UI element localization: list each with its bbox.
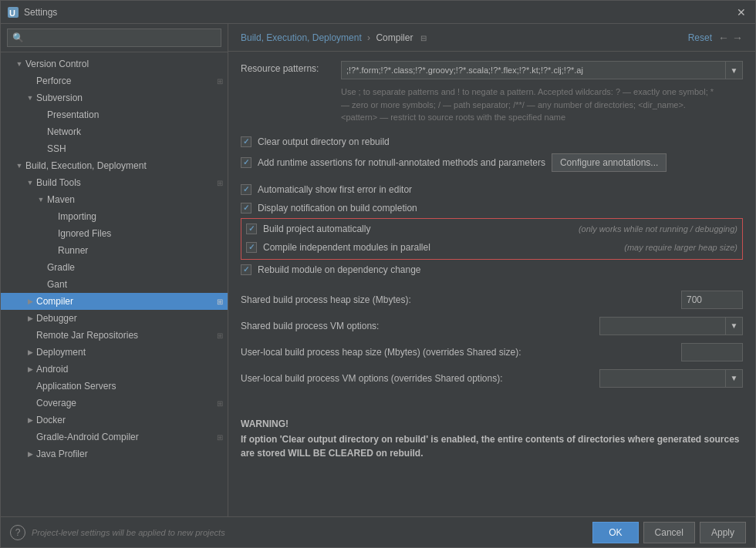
expand-icon — [35, 261, 47, 274]
help-button[interactable]: ? — [10, 525, 25, 540]
user-vm-input[interactable] — [599, 369, 726, 388]
sidebar-item-build-execution[interactable]: ▼ Build, Execution, Deployment — [1, 157, 228, 174]
sidebar-item-label: Debugger — [36, 313, 228, 324]
sidebar-item-compiler[interactable]: ▶ Compiler ⊞ — [1, 293, 228, 310]
reset-button[interactable]: Reset — [688, 32, 712, 43]
highlighted-block-1: Build project automatically (only works … — [241, 218, 743, 260]
config-icon: ⊞ — [214, 75, 226, 87]
sidebar-item-application-servers[interactable]: Application Servers — [1, 378, 228, 395]
sidebar-item-version-control[interactable]: ▼ Version Control — [1, 55, 228, 72]
cancel-button[interactable]: Cancel — [643, 522, 695, 543]
bottom-info-text: Project-level settings will be applied t… — [32, 528, 592, 537]
expand-icon — [46, 244, 58, 257]
hint-line1: Use ; to separate patterns and ! to nega… — [341, 87, 714, 96]
sidebar-item-coverage[interactable]: Coverage ⊞ — [1, 395, 228, 412]
expand-icon: ▼ — [24, 177, 36, 189]
sidebar-item-debugger[interactable]: ▶ Debugger — [1, 310, 228, 327]
option-note-compile-parallel: (may require larger heap size) — [612, 243, 737, 252]
checkbox-clear-output[interactable] — [241, 136, 251, 147]
resource-input-wrap: ▼ — [341, 61, 743, 79]
option-label-build-automatically: Build project automatically — [263, 224, 370, 234]
user-heap-row: User-local build process heap size (Mbyt… — [241, 341, 743, 363]
heap-size-label: Shared build process heap size (Mbytes): — [241, 294, 681, 305]
vm-options-input-wrap: ▼ — [599, 317, 743, 335]
sidebar-item-subversion[interactable]: ▼ Subversion — [1, 89, 228, 106]
sidebar-item-java-profiler[interactable]: ▶ Java Profiler — [1, 445, 228, 462]
config-icon: ⊞ — [214, 431, 226, 443]
sidebar-item-deployment[interactable]: ▶ Deployment — [1, 344, 228, 361]
sidebar-item-label: Ignored Files — [58, 228, 228, 239]
configure-annotations-button[interactable]: Configure annotations... — [552, 153, 667, 172]
vm-options-expand-button[interactable]: ▼ — [726, 317, 743, 335]
expand-icon: ▼ — [13, 58, 25, 70]
tree-container: ▼ Version Control Perforce ⊞ ▼ Subversio… — [1, 52, 228, 516]
resource-expand-button[interactable]: ▼ — [726, 61, 743, 79]
expand-icon — [35, 126, 47, 138]
vm-options-input[interactable] — [599, 317, 726, 335]
sidebar-item-ignored-files[interactable]: Ignored Files — [1, 225, 228, 242]
resource-patterns-input[interactable] — [341, 61, 726, 79]
user-vm-row: User-local build process VM options (ove… — [241, 368, 743, 389]
option-build-automatically: Build project automatically (only works … — [246, 220, 737, 237]
breadcrumb: Build, Execution, Deployment › Compiler … — [241, 32, 688, 43]
checkbox-rebuild-module[interactable] — [241, 264, 251, 275]
sidebar-item-label: Version Control — [25, 59, 228, 69]
user-heap-input[interactable] — [681, 343, 743, 361]
checkbox-build-automatically[interactable] — [246, 224, 257, 234]
sidebar-item-build-tools[interactable]: ▼ Build Tools ⊞ — [1, 174, 228, 191]
sidebar-item-label: Importing — [58, 211, 228, 222]
nav-arrows: ← → — [718, 32, 743, 44]
ok-button[interactable]: OK — [592, 522, 638, 543]
breadcrumb-current: Compiler — [376, 32, 413, 43]
sidebar-item-network[interactable]: Network — [1, 123, 228, 140]
heap-size-row: Shared build process heap size (Mbytes): — [241, 289, 743, 311]
sidebar-item-importing[interactable]: Importing — [1, 208, 228, 225]
sidebar-item-gradle-android[interactable]: Gradle-Android Compiler ⊞ — [1, 429, 228, 445]
option-display-notification: Display notification on build completion — [241, 200, 743, 217]
expand-icon — [24, 431, 36, 443]
close-button[interactable]: ✕ — [734, 5, 749, 20]
right-panel: Build, Execution, Deployment › Compiler … — [228, 24, 755, 516]
sidebar-item-label: Presentation — [47, 109, 228, 120]
sidebar-item-label: Network — [47, 126, 228, 137]
sidebar-item-label: Subversion — [36, 92, 228, 103]
expand-icon: ▶ — [24, 448, 36, 460]
expand-icon — [24, 397, 36, 409]
expand-icon — [35, 143, 47, 155]
sidebar-item-perforce[interactable]: Perforce ⊞ — [1, 72, 228, 89]
back-button[interactable]: ← — [718, 32, 729, 44]
apply-button[interactable]: Apply — [700, 522, 746, 543]
sidebar-item-label: Gradle — [47, 262, 228, 273]
sidebar-item-docker[interactable]: ▶ Docker — [1, 412, 228, 429]
sidebar-item-gant[interactable]: Gant — [1, 276, 228, 293]
checkbox-display-notification[interactable] — [241, 203, 251, 213]
user-vm-label: User-local build process VM options (ove… — [241, 373, 599, 384]
checkbox-compile-parallel[interactable] — [246, 242, 257, 253]
user-vm-expand-button[interactable]: ▼ — [726, 369, 743, 388]
heap-size-input[interactable] — [681, 291, 743, 309]
breadcrumb-separator: › — [367, 32, 370, 43]
config-icon: ⊞ — [214, 177, 226, 189]
sidebar-item-presentation[interactable]: Presentation — [1, 106, 228, 123]
checkbox-show-first-error[interactable] — [241, 184, 251, 195]
sidebar-item-android[interactable]: ▶ Android — [1, 361, 228, 378]
search-input[interactable] — [7, 29, 221, 47]
search-box — [1, 24, 228, 52]
user-vm-input-wrap: ▼ — [599, 369, 743, 388]
breadcrumb-parent: Build, Execution, Deployment — [241, 32, 362, 43]
sidebar-item-label: Gradle-Android Compiler — [36, 432, 214, 442]
expand-icon: ▶ — [24, 346, 36, 358]
sidebar-item-maven[interactable]: ▼ Maven — [1, 191, 228, 208]
forward-button[interactable]: → — [732, 32, 743, 44]
option-label-runtime-assertions: Add runtime assertions for notnull-annot… — [258, 157, 545, 168]
sidebar-item-remote-jar[interactable]: Remote Jar Repositories ⊞ — [1, 327, 228, 344]
sidebar-item-runner[interactable]: Runner — [1, 242, 228, 259]
checkbox-runtime-assertions[interactable] — [241, 157, 251, 168]
expand-icon — [24, 380, 36, 392]
expand-icon: ▼ — [13, 160, 25, 172]
sidebar-item-label: SSH — [47, 143, 228, 154]
sidebar-item-ssh[interactable]: SSH — [1, 140, 228, 157]
vm-options-label: Shared build process VM options: — [241, 321, 599, 331]
sidebar-item-gradle[interactable]: Gradle — [1, 259, 228, 276]
option-rebuild-module: Rebuild module on dependency change — [241, 261, 743, 278]
